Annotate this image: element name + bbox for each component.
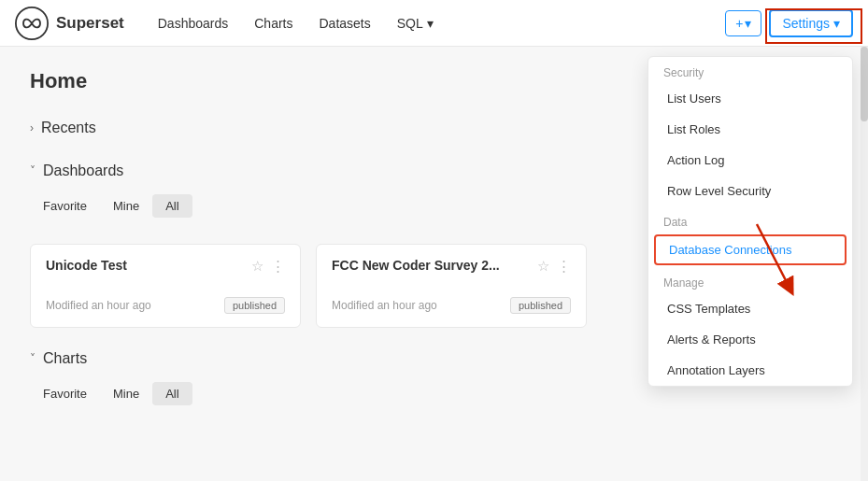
settings-menu: Security List Users List Roles Action Lo…	[647, 56, 853, 387]
dashboard-card: Unicode Test ☆ ⋮ Modified an hour ago pu…	[30, 244, 301, 328]
card-modified: Modified an hour ago	[46, 299, 151, 312]
settings-dropdown-icon: ▾	[833, 16, 840, 31]
nav-links: Dashboards Charts Datasets SQL ▾	[147, 10, 725, 36]
brand: Superset	[15, 7, 124, 40]
menu-list-roles[interactable]: List Roles	[648, 114, 852, 145]
brand-logo-icon	[15, 7, 49, 40]
scrollbar-track	[861, 47, 868, 481]
data-section-label: Data	[648, 206, 852, 233]
more-icon[interactable]: ⋮	[557, 258, 571, 275]
card-title: FCC New Coder Survey 2...	[332, 258, 500, 273]
status-badge: published	[510, 297, 571, 314]
more-icon[interactable]: ⋮	[271, 258, 285, 275]
dashboards-chevron-icon: ˅	[30, 164, 36, 177]
card-footer: Modified an hour ago published	[46, 297, 285, 314]
card-footer: Modified an hour ago published	[332, 297, 571, 314]
charts-tab-all[interactable]: All	[152, 382, 192, 405]
charts-chevron-icon: ˅	[30, 352, 36, 365]
card-title: Unicode Test	[46, 258, 127, 273]
navbar-right: + ▾ Settings ▾ Security List Users List …	[725, 9, 853, 37]
card-header: Unicode Test ☆ ⋮	[46, 258, 285, 275]
star-icon[interactable]: ☆	[537, 258, 549, 275]
charts-filter-tabs: Favorite Mine All	[30, 382, 192, 405]
menu-annotation-layers[interactable]: Annotation Layers	[648, 355, 852, 386]
recents-chevron-icon: ›	[30, 121, 34, 134]
plus-button[interactable]: + ▾	[725, 10, 761, 36]
tab-mine[interactable]: Mine	[100, 194, 152, 218]
card-header: FCC New Coder Survey 2... ☆ ⋮	[332, 258, 571, 275]
security-section-label: Security	[648, 57, 852, 83]
tab-all[interactable]: All	[152, 194, 192, 218]
nav-sql[interactable]: SQL ▾	[386, 10, 445, 36]
nav-charts[interactable]: Charts	[243, 10, 304, 36]
card-actions: ☆ ⋮	[537, 258, 571, 275]
charts-label: Charts	[43, 350, 87, 367]
plus-dropdown-icon: ▾	[745, 16, 751, 31]
tab-favorite[interactable]: Favorite	[30, 194, 100, 218]
charts-tab-mine[interactable]: Mine	[100, 382, 152, 405]
menu-css-templates[interactable]: CSS Templates	[648, 293, 852, 324]
status-badge: published	[224, 297, 285, 314]
dashboard-card: FCC New Coder Survey 2... ☆ ⋮ Modified a…	[316, 244, 587, 328]
menu-row-level-security[interactable]: Row Level Security	[648, 176, 852, 206]
menu-alerts-reports[interactable]: Alerts & Reports	[648, 324, 852, 355]
menu-action-log[interactable]: Action Log	[648, 145, 852, 176]
dashboards-label: Dashboards	[43, 163, 123, 179]
manage-section-label: Manage	[648, 267, 852, 293]
menu-database-connections[interactable]: Database Connections	[654, 234, 847, 265]
settings-button[interactable]: Settings ▾	[769, 9, 853, 37]
brand-name: Superset	[56, 14, 124, 33]
card-actions: ☆ ⋮	[251, 258, 285, 275]
navbar: Superset Dashboards Charts Datasets SQL …	[0, 0, 868, 47]
charts-tab-favorite[interactable]: Favorite	[30, 382, 100, 405]
menu-list-users[interactable]: List Users	[648, 83, 852, 114]
recents-label: Recents	[41, 120, 96, 136]
star-icon[interactable]: ☆	[251, 258, 263, 275]
nav-dashboards[interactable]: Dashboards	[147, 10, 240, 36]
card-modified: Modified an hour ago	[332, 299, 437, 312]
nav-datasets[interactable]: Datasets	[307, 10, 381, 36]
settings-dropdown-container: Settings ▾ Security List Users List Role…	[769, 9, 853, 37]
scrollbar-thumb[interactable]	[861, 47, 868, 121]
dashboards-filter-tabs: Favorite Mine All	[30, 194, 192, 218]
sql-dropdown-icon: ▾	[427, 16, 434, 31]
